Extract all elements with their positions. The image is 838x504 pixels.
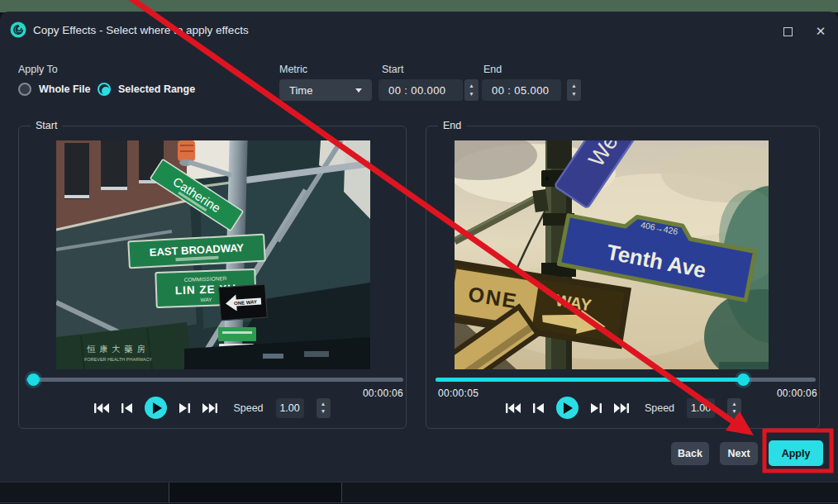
stepper-up-icon: ▲ <box>731 402 736 407</box>
close-icon[interactable]: ✕ <box>813 24 828 39</box>
copy-effects-dialog: Copy Effects - Select where to apply eff… <box>0 12 838 482</box>
stepper-up-icon: ▲ <box>571 83 576 89</box>
dialog-titlebar: Copy Effects - Select where to apply eff… <box>0 12 838 48</box>
speed-label: Speed <box>233 402 263 414</box>
stepper-up-icon: ▲ <box>469 83 474 89</box>
start-video-preview: Catherine EAST BROADWAY COMMISSIONER LIN… <box>56 140 370 369</box>
skip-end-button[interactable] <box>614 403 629 413</box>
apply-button[interactable]: Apply <box>769 440 823 466</box>
apply-to-label: Apply To <box>18 64 58 75</box>
pharmacy-awning-en-text: FOREVER HEALTH PHARMACY <box>84 357 152 362</box>
play-button[interactable] <box>145 397 167 419</box>
dialog-title: Copy Effects - Select where to apply eff… <box>33 24 249 36</box>
timeline-divider <box>341 483 342 502</box>
timeline-bottom-line <box>0 502 838 503</box>
start-playback-controls: Speed 1.00 ▲▼ <box>18 397 407 419</box>
stepper-down-icon: ▼ <box>321 409 326 415</box>
background-timeline-strip <box>0 482 838 504</box>
radio-whole-file-label: Whole File <box>39 83 91 95</box>
chevron-down-icon <box>355 88 362 93</box>
step-back-button[interactable] <box>121 403 132 413</box>
slider-thumb[interactable] <box>27 373 40 386</box>
end-video-preview: West 33 406→426 Tenth Ave ONE WAY <box>455 140 769 369</box>
slider-track[interactable] <box>26 378 403 382</box>
skip-start-button[interactable] <box>506 403 521 413</box>
background-app-strip <box>0 0 838 12</box>
stepper-down-icon: ▼ <box>469 92 474 97</box>
radio-selected-range[interactable]: Selected Range <box>98 83 195 96</box>
end-seek-slider[interactable] <box>431 373 821 386</box>
stepper-up-icon: ▲ <box>321 402 326 407</box>
skip-start-button[interactable] <box>94 403 109 413</box>
start-time-input[interactable]: 00 : 00.000 <box>379 79 463 101</box>
pharmacy-awning-cjk-text: 恒康大藥房 <box>87 345 150 354</box>
play-icon <box>564 402 573 414</box>
step-back-button[interactable] <box>533 403 544 413</box>
slider-fill <box>436 378 743 382</box>
timeline-divider <box>169 483 169 502</box>
maximize-button[interactable] <box>780 24 795 39</box>
stepper-down-icon: ▼ <box>571 92 576 97</box>
start-panel-title: Start <box>31 120 62 131</box>
stepper-down-icon: ▼ <box>731 409 736 415</box>
next-button[interactable]: Next <box>720 442 758 465</box>
metric-label: Metric <box>279 64 307 75</box>
play-button[interactable] <box>556 397 579 419</box>
speed-stepper[interactable]: ▲▼ <box>727 398 741 418</box>
step-forward-button[interactable] <box>179 403 190 413</box>
screen: Copy Effects - Select where to apply eff… <box>0 0 838 504</box>
end-time-stepper[interactable]: ▲▼ <box>567 79 581 101</box>
maximize-icon <box>783 27 793 36</box>
speed-input[interactable]: 1.00 <box>276 398 304 418</box>
end-panel-title: End <box>438 120 466 131</box>
speed-input[interactable]: 1.00 <box>687 398 715 418</box>
radio-whole-file[interactable]: Whole File <box>18 83 91 96</box>
slider-thumb[interactable] <box>737 373 750 386</box>
metric-dropdown[interactable]: Time <box>279 79 372 101</box>
metric-value: Time <box>289 84 312 97</box>
skip-end-button[interactable] <box>202 403 217 413</box>
app-logo-icon <box>10 21 26 38</box>
timeline-segment <box>169 483 341 502</box>
start-seek-slider[interactable] <box>21 373 408 386</box>
step-forward-button[interactable] <box>591 403 602 413</box>
radio-circle-icon <box>18 83 31 96</box>
radio-circle-selected-icon <box>98 83 111 96</box>
start-time-label: Start <box>382 64 403 75</box>
end-playback-controls: Speed 1.00 ▲▼ <box>427 397 820 419</box>
radio-selected-range-label: Selected Range <box>118 83 195 95</box>
commissioner-sign-sub-text: WAY <box>200 297 212 303</box>
end-time-input[interactable]: 00 : 05.000 <box>482 79 561 101</box>
speed-label: Speed <box>645 402 674 414</box>
speed-stepper[interactable]: ▲▼ <box>317 398 331 418</box>
start-time-stepper[interactable]: ▲▼ <box>464 79 479 101</box>
end-time-label: End <box>483 64 502 75</box>
play-icon <box>153 402 162 414</box>
back-button[interactable]: Back <box>671 442 709 465</box>
